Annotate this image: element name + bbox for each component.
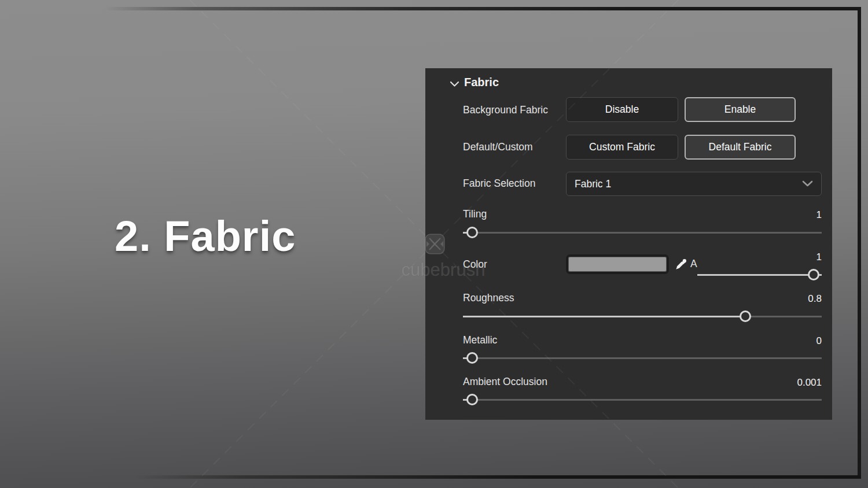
metallic-slider[interactable]	[463, 352, 822, 364]
metallic-value: 0	[816, 335, 822, 347]
roughness-slider[interactable]	[463, 310, 822, 322]
fabric-selection-dropdown[interactable]: Fabric 1	[566, 172, 822, 196]
slider-track[interactable]	[463, 232, 822, 234]
tiling-slider[interactable]	[463, 227, 822, 238]
slide-title: 2. Fabric	[115, 215, 296, 258]
default-custom-label: Default/Custom	[463, 141, 533, 153]
slider-track[interactable]	[463, 399, 822, 401]
alpha-label: A	[690, 258, 697, 270]
frame-border-top	[104, 7, 861, 10]
tiling-label: Tiling	[463, 208, 487, 220]
slider-knob[interactable]	[466, 394, 478, 405]
tiling-value: 1	[816, 209, 822, 221]
ambient-occlusion-value: 0.001	[797, 377, 822, 389]
slider-track[interactable]	[463, 357, 822, 359]
alpha-slider[interactable]	[697, 269, 822, 280]
slider-knob[interactable]	[466, 352, 478, 364]
frame-border-bottom	[133, 475, 861, 479]
slider-knob[interactable]	[466, 227, 478, 238]
fabric-panel: Fabric Background Fabric Disable Enable …	[425, 68, 832, 420]
alpha-value: 1	[816, 252, 822, 263]
chevron-down-icon	[802, 178, 813, 190]
slider-fill	[697, 274, 822, 276]
roughness-value: 0.8	[808, 293, 822, 305]
metallic-label: Metallic	[463, 334, 497, 346]
custom-fabric-button[interactable]: Custom Fabric	[566, 135, 678, 160]
background-fabric-label: Background Fabric	[463, 104, 548, 116]
roughness-label: Roughness	[463, 292, 514, 304]
disable-button[interactable]: Disable	[566, 97, 678, 122]
frame-border-right	[858, 8, 861, 479]
slide-background: 2. Fabric Fabric Background Fabric Disab…	[0, 0, 868, 488]
color-swatch[interactable]	[566, 254, 669, 274]
chevron-down-icon[interactable]	[450, 79, 459, 90]
color-label: Color	[463, 258, 487, 271]
ambient-occlusion-label: Ambient Occlusion	[463, 376, 547, 388]
ambient-occlusion-slider[interactable]	[463, 394, 822, 405]
fabric-selection-label: Fabric Selection	[463, 178, 535, 190]
eyedropper-icon[interactable]	[674, 257, 689, 274]
slider-knob[interactable]	[808, 269, 819, 280]
slider-fill	[463, 316, 745, 317]
enable-button[interactable]: Enable	[685, 97, 796, 122]
panel-header-title: Fabric	[464, 76, 499, 89]
default-fabric-button[interactable]: Default Fabric	[685, 135, 796, 160]
slider-knob[interactable]	[740, 310, 751, 322]
fabric-selection-value: Fabric 1	[575, 178, 802, 190]
